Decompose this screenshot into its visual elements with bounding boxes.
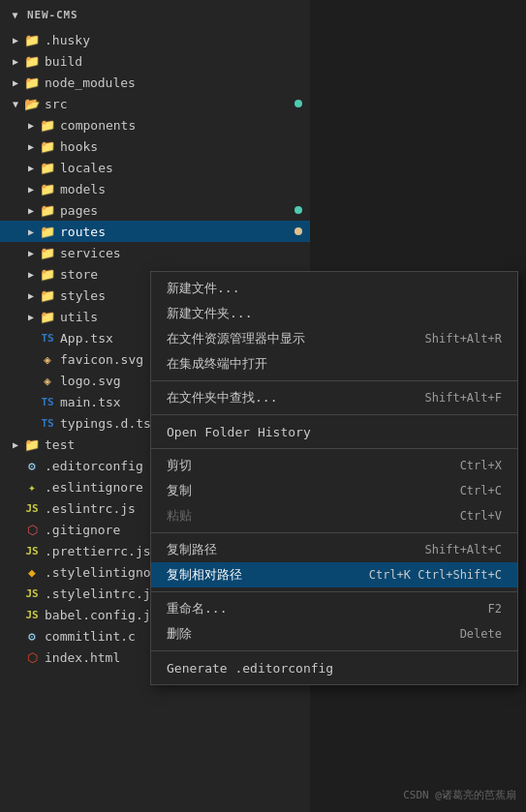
menu-find-in-folder-label: 在文件夹中查找... bbox=[167, 389, 410, 406]
ts-icon-main: TS bbox=[39, 393, 56, 410]
label-services: services bbox=[60, 246, 310, 260]
icon-stylelintignor: ◆ bbox=[23, 563, 41, 581]
menu-copy-relative-path[interactable]: 复制相对路径 Ctrl+K Ctrl+Shift+C bbox=[151, 562, 517, 587]
arrow-locales: ▶ bbox=[23, 160, 39, 175]
label-node-modules: node_modules bbox=[45, 75, 310, 90]
tree-item-components[interactable]: ▶ 📁 components bbox=[0, 114, 310, 135]
dot-src bbox=[294, 100, 302, 107]
menu-cut-shortcut: Ctrl+X bbox=[460, 459, 502, 472]
arrow-store: ▶ bbox=[23, 266, 39, 282]
folder-icon-node-modules: 📁 bbox=[23, 74, 41, 91]
separator-4 bbox=[151, 532, 517, 533]
folder-icon-hooks: 📁 bbox=[39, 137, 56, 155]
tree-item-hooks[interactable]: ▶ 📁 hooks bbox=[0, 135, 310, 157]
menu-reveal-explorer[interactable]: 在文件资源管理器中显示 Shift+Alt+R bbox=[151, 326, 517, 351]
js-icon-eslintrc: JS bbox=[23, 499, 41, 517]
folder-icon-components: 📁 bbox=[39, 116, 56, 134]
menu-paste-label: 粘贴 bbox=[167, 507, 445, 525]
root-arrow: ▼ bbox=[8, 7, 23, 22]
icon-eslintignore: ✦ bbox=[23, 478, 41, 496]
label-src: src bbox=[45, 97, 294, 111]
separator-1 bbox=[151, 380, 517, 381]
folder-icon-husky: 📁 bbox=[23, 31, 41, 48]
dot-routes bbox=[294, 227, 302, 235]
menu-find-in-folder[interactable]: 在文件夹中查找... Shift+Alt+F bbox=[151, 385, 517, 410]
arrow-husky: ▶ bbox=[8, 32, 23, 47]
menu-reveal-explorer-label: 在文件资源管理器中显示 bbox=[167, 330, 410, 347]
tree-item-locales[interactable]: ▶ 📁 locales bbox=[0, 157, 310, 178]
arrow-styles: ▶ bbox=[23, 287, 39, 303]
menu-open-terminal-label: 在集成终端中打开 bbox=[167, 355, 486, 373]
arrow-test: ▶ bbox=[8, 436, 23, 452]
label-hooks: hooks bbox=[60, 139, 310, 154]
menu-paste-shortcut: Ctrl+V bbox=[460, 509, 502, 523]
menu-rename[interactable]: 重命名... F2 bbox=[151, 596, 517, 621]
folder-icon-services: 📁 bbox=[39, 244, 56, 261]
label-pages: pages bbox=[60, 203, 294, 218]
menu-folder-history[interactable]: Open Folder History bbox=[151, 419, 517, 444]
context-menu: 新建文件... 新建文件夹... 在文件资源管理器中显示 Shift+Alt+R… bbox=[150, 271, 518, 685]
icon-index-html: ⬡ bbox=[23, 648, 41, 666]
tree-item-node-modules[interactable]: ▶ 📁 node_modules bbox=[0, 72, 310, 93]
menu-delete[interactable]: 删除 Delete bbox=[151, 621, 517, 647]
menu-generate-editorconfig[interactable]: Generate .editorconfig bbox=[151, 655, 517, 680]
separator-5 bbox=[151, 591, 517, 592]
arrow-node-modules: ▶ bbox=[8, 75, 23, 90]
separator-2 bbox=[151, 414, 517, 415]
menu-cut[interactable]: 剪切 Ctrl+X bbox=[151, 453, 517, 478]
menu-new-file[interactable]: 新建文件... bbox=[151, 276, 517, 301]
label-components: components bbox=[60, 118, 310, 133]
menu-paste[interactable]: 粘贴 Ctrl+V bbox=[151, 503, 517, 528]
folder-icon-styles: 📁 bbox=[39, 286, 56, 304]
ts-icon-typings: TS bbox=[39, 414, 56, 432]
menu-rename-shortcut: F2 bbox=[488, 602, 502, 616]
project-name: NEW-CMS bbox=[27, 9, 78, 21]
tree-item-src[interactable]: ▼ 📂 src bbox=[0, 93, 310, 114]
tree-item-husky[interactable]: ▶ 📁 .husky bbox=[0, 29, 310, 50]
menu-find-in-folder-shortcut: Shift+Alt+F bbox=[425, 391, 502, 405]
arrow-models: ▶ bbox=[23, 181, 39, 196]
menu-generate-editorconfig-label: Generate .editorconfig bbox=[167, 661, 486, 676]
menu-open-terminal[interactable]: 在集成终端中打开 bbox=[151, 351, 517, 376]
ts-icon-app: TS bbox=[39, 329, 56, 346]
tree-item-routes[interactable]: ▶ 📁 routes bbox=[0, 221, 310, 242]
arrow-build: ▶ bbox=[8, 53, 23, 69]
arrow-utils: ▶ bbox=[23, 309, 39, 324]
menu-reveal-explorer-shortcut: Shift+Alt+R bbox=[425, 332, 502, 346]
menu-copy-path-label: 复制路径 bbox=[167, 541, 410, 558]
menu-copy-path[interactable]: 复制路径 Shift+Alt+C bbox=[151, 537, 517, 562]
watermark: CSDN @诸葛亮的芭蕉扇 bbox=[403, 788, 516, 802]
tree-item-models[interactable]: ▶ 📁 models bbox=[0, 178, 310, 199]
arrow-services: ▶ bbox=[23, 245, 39, 260]
js-icon-stylelintrc: JS bbox=[23, 585, 41, 602]
menu-folder-history-label: Open Folder History bbox=[167, 425, 486, 439]
arrow-pages: ▶ bbox=[23, 202, 39, 218]
icon-editorconfig: ⚙ bbox=[23, 457, 41, 474]
menu-copy-relative-path-label: 复制相对路径 bbox=[167, 566, 354, 584]
menu-copy-path-shortcut: Shift+Alt+C bbox=[425, 543, 502, 556]
menu-copy-label: 复制 bbox=[167, 482, 445, 499]
tree-item-services[interactable]: ▶ 📁 services bbox=[0, 242, 310, 263]
icon-commitlint: ⚙ bbox=[23, 627, 41, 645]
tree-item-pages[interactable]: ▶ 📁 pages bbox=[0, 199, 310, 221]
js-icon-babel: JS bbox=[23, 606, 41, 623]
menu-copy-shortcut: Ctrl+C bbox=[460, 484, 502, 497]
folder-icon-pages: 📁 bbox=[39, 201, 56, 219]
menu-new-folder-label: 新建文件夹... bbox=[167, 305, 486, 322]
arrow-hooks: ▶ bbox=[23, 138, 39, 154]
separator-6 bbox=[151, 650, 517, 651]
menu-copy[interactable]: 复制 Ctrl+C bbox=[151, 478, 517, 503]
sidebar-title: ▼ NEW-CMS bbox=[0, 0, 310, 29]
menu-delete-label: 删除 bbox=[167, 625, 445, 643]
folder-icon-test: 📁 bbox=[23, 436, 41, 453]
menu-new-folder[interactable]: 新建文件夹... bbox=[151, 301, 517, 326]
icon-gitignore: ⬡ bbox=[23, 521, 41, 538]
folder-icon-build: 📁 bbox=[23, 52, 41, 70]
folder-icon-src: 📂 bbox=[23, 95, 41, 112]
js-icon-prettierrc: JS bbox=[23, 542, 41, 559]
label-build: build bbox=[45, 54, 310, 69]
tree-item-build[interactable]: ▶ 📁 build bbox=[0, 50, 310, 72]
menu-new-file-label: 新建文件... bbox=[167, 280, 486, 297]
label-routes: routes bbox=[60, 225, 294, 239]
separator-3 bbox=[151, 448, 517, 449]
